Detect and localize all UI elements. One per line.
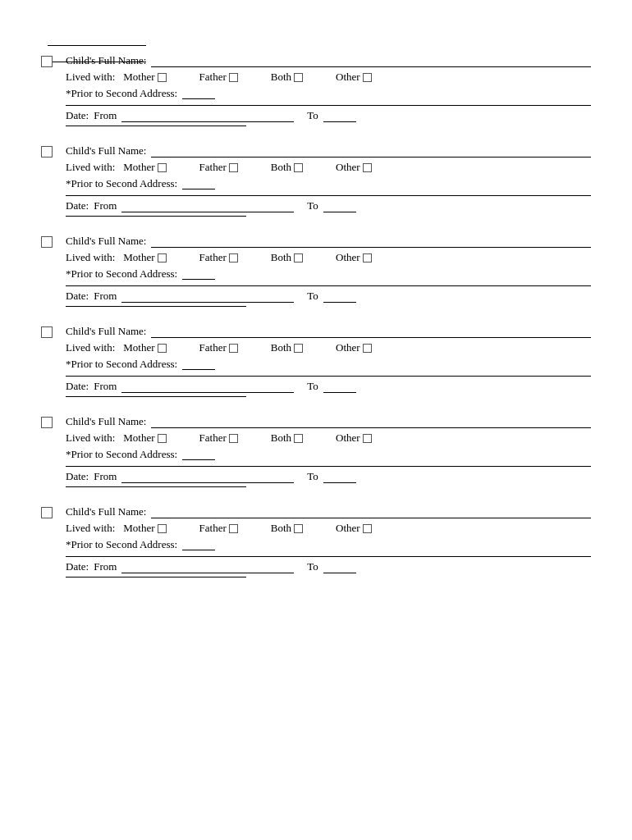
child-name-field-4[interactable] [151, 325, 591, 338]
father-label-6: Father [199, 522, 227, 535]
father-option-4: Father [199, 341, 238, 354]
prior-address-label-6: *Prior to Second Address: [66, 538, 177, 551]
divider-1 [66, 105, 591, 106]
from-label-6: From [94, 560, 117, 573]
other-label-6: Other [336, 522, 360, 535]
both-checkbox-2[interactable] [294, 163, 303, 172]
child-name-field-3[interactable] [151, 235, 591, 248]
mother-checkbox-4[interactable] [158, 344, 167, 353]
other-option-2: Other [336, 161, 372, 174]
prior-address-label-5: *Prior to Second Address: [66, 448, 177, 461]
date-from-field-5[interactable] [121, 470, 294, 483]
both-checkbox-4[interactable] [294, 344, 303, 353]
both-checkbox-1[interactable] [294, 73, 303, 82]
both-checkbox-6[interactable] [294, 524, 303, 533]
lived-with-row-2: Lived with: Mother Father Both Other [66, 161, 591, 174]
date-to-field-5[interactable] [323, 470, 356, 483]
section-checkbox-5[interactable] [41, 417, 53, 428]
section-checkbox-3[interactable] [41, 236, 53, 248]
lived-with-row-5: Lived with: Mother Father Both Other [66, 431, 591, 445]
mother-checkbox-3[interactable] [158, 253, 167, 262]
father-checkbox-5[interactable] [229, 434, 238, 443]
date-from-field-2[interactable] [121, 199, 294, 212]
mother-checkbox-5[interactable] [158, 434, 167, 443]
both-option-6: Both [271, 522, 303, 535]
prior-address-field-5[interactable] [182, 449, 215, 460]
mother-checkbox-6[interactable] [158, 524, 167, 533]
child-name-field-6[interactable] [151, 505, 591, 518]
from-label-3: From [94, 290, 117, 303]
father-checkbox-2[interactable] [229, 163, 238, 172]
mother-option-4: Mother [123, 341, 166, 354]
father-checkbox-6[interactable] [229, 524, 238, 533]
from-label-2: From [94, 199, 117, 212]
date-label-1: Date: [66, 109, 89, 122]
father-label-2: Father [199, 161, 227, 174]
both-checkbox-5[interactable] [294, 434, 303, 443]
other-checkbox-5[interactable] [363, 434, 372, 443]
date-to-field-6[interactable] [323, 560, 356, 573]
other-option-6: Other [336, 522, 372, 535]
date-label-2: Date: [66, 199, 89, 212]
other-checkbox-6[interactable] [363, 524, 372, 533]
date-from-field-6[interactable] [121, 560, 294, 573]
date-from-field-1[interactable] [121, 109, 294, 122]
section-checkbox-1[interactable] [41, 56, 53, 67]
prior-address-label-4: *Prior to Second Address: [66, 358, 177, 371]
prior-address-field-4[interactable] [182, 358, 215, 370]
section-6: Child's Full Name: Lived with: Mother Fa… [41, 505, 591, 589]
other-checkbox-1[interactable] [363, 73, 372, 82]
date-row-5: Date: From To [66, 470, 591, 483]
section-1: Child's Full Name: Lived with: Mother Fa… [41, 54, 591, 138]
father-checkbox-4[interactable] [229, 344, 238, 353]
section-5: Child's Full Name: Lived with: Mother Fa… [41, 415, 591, 499]
date-sub-line-1 [66, 126, 246, 126]
child-name-field-2[interactable] [151, 144, 591, 158]
prior-address-field-1[interactable] [182, 88, 215, 99]
child-name-label-4: Child's Full Name: [66, 325, 146, 338]
date-from-field-4[interactable] [121, 380, 294, 393]
date-sub-line-5 [66, 486, 246, 487]
divider-3 [66, 285, 591, 286]
prior-address-field-6[interactable] [182, 539, 215, 550]
date-from-field-3[interactable] [121, 290, 294, 303]
section-content-5: Child's Full Name: Lived with: Mother Fa… [66, 415, 591, 499]
date-to-field-3[interactable] [323, 290, 356, 303]
prior-address-field-2[interactable] [182, 178, 215, 189]
date-to-field-4[interactable] [323, 380, 356, 393]
lived-with-row-4: Lived with: Mother Father Both Other [66, 341, 591, 354]
mother-checkbox-1[interactable] [158, 73, 167, 82]
lived-with-row-1: Lived with: Mother Father Both Other [66, 71, 591, 84]
father-checkbox-1[interactable] [229, 73, 238, 82]
other-checkbox-4[interactable] [363, 344, 372, 353]
section-checkbox-4[interactable] [41, 326, 53, 338]
child-name-label-5: Child's Full Name: [66, 415, 146, 428]
child-name-row-2: Child's Full Name: [66, 144, 591, 158]
both-option-4: Both [271, 341, 303, 354]
section-checkbox-6[interactable] [41, 507, 53, 518]
other-checkbox-3[interactable] [363, 253, 372, 262]
date-to-field-1[interactable] [323, 109, 356, 122]
father-label-1: Father [199, 71, 227, 84]
child-name-field-1[interactable] [151, 54, 591, 67]
both-label-3: Both [271, 251, 291, 264]
section-2: Child's Full Name: Lived with: Mother Fa… [41, 144, 591, 228]
mother-label-2: Mother [123, 161, 154, 174]
father-option-3: Father [199, 251, 238, 264]
prior-address-field-3[interactable] [182, 268, 215, 280]
mother-checkbox-2[interactable] [158, 163, 167, 172]
section-checkbox-2[interactable] [41, 146, 53, 158]
case-no-field[interactable] [48, 33, 146, 46]
prior-address-row-6: *Prior to Second Address: [66, 538, 591, 551]
child-name-label-6: Child's Full Name: [66, 505, 146, 518]
date-to-field-2[interactable] [323, 199, 356, 212]
date-label-6: Date: [66, 560, 89, 573]
mother-label-5: Mother [123, 431, 154, 445]
father-checkbox-3[interactable] [229, 253, 238, 262]
both-checkbox-3[interactable] [294, 253, 303, 262]
child-name-row-3: Child's Full Name: [66, 235, 591, 248]
mother-label-3: Mother [123, 251, 154, 264]
other-checkbox-2[interactable] [363, 163, 372, 172]
section-checkbox-area-4 [41, 325, 66, 341]
child-name-field-5[interactable] [151, 415, 591, 428]
